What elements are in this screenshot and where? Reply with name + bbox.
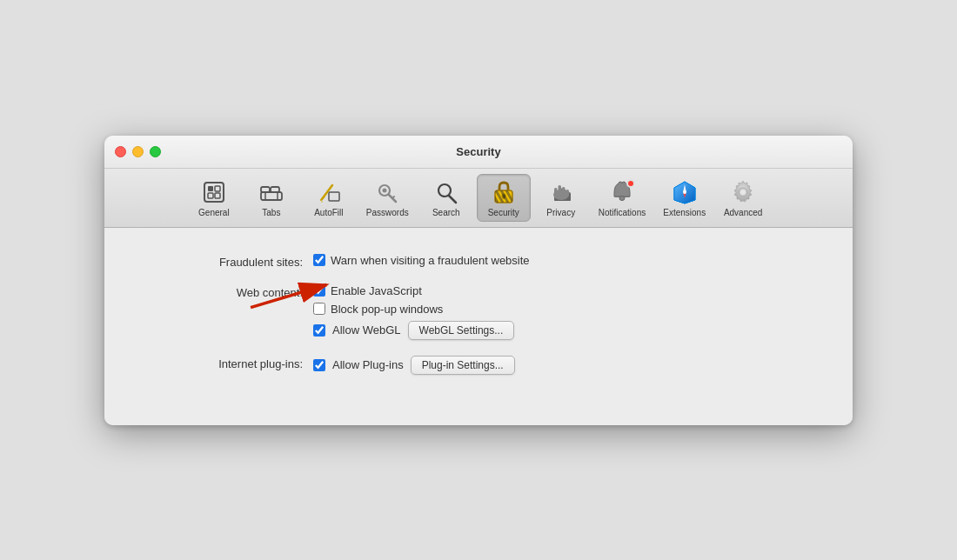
notifications-icon (608, 178, 636, 206)
minimize-button[interactable] (132, 146, 144, 157)
tab-autofill[interactable]: AutoFill (302, 175, 356, 221)
passwords-icon (373, 178, 401, 206)
svg-point-44 (740, 190, 746, 195)
tab-tabs[interactable]: Tabs (244, 175, 298, 221)
tab-advanced-label: Advanced (724, 208, 762, 217)
svg-rect-0 (204, 183, 224, 202)
svg-point-14 (383, 188, 387, 192)
privacy-icon (547, 178, 575, 206)
tab-autofill-label: AutoFill (314, 208, 343, 217)
fraudulent-sites-label: Fraudulent sites: (139, 254, 313, 269)
webgl-settings-button[interactable]: WebGL Settings... (408, 321, 515, 340)
tab-advanced[interactable]: Advanced (716, 175, 770, 221)
plugin-settings-button[interactable]: Plug-in Settings... (411, 356, 515, 375)
security-icon (490, 178, 518, 206)
svg-rect-26 (502, 196, 505, 199)
extensions-icon (671, 178, 699, 206)
web-content-label: Web content: (139, 284, 313, 299)
block-popups-checkbox[interactable] (313, 303, 325, 315)
svg-rect-11 (329, 192, 339, 201)
tab-notifications-label: Notifications (599, 208, 646, 217)
allow-webgl-label: Allow WebGL (332, 323, 401, 337)
enable-js-checkbox[interactable] (313, 284, 325, 297)
svg-rect-2 (215, 186, 220, 191)
svg-rect-34 (558, 185, 561, 197)
block-popups-label: Block pop-up windows (331, 303, 443, 316)
svg-rect-36 (566, 190, 569, 197)
advanced-icon (729, 178, 757, 206)
internet-plugins-controls: Allow Plug-ins Plug-in Settings... (313, 356, 515, 375)
traffic-lights (115, 146, 161, 157)
tab-passwords-label: Passwords (366, 208, 409, 217)
close-button[interactable] (115, 146, 126, 157)
fraudulent-sites-row: Fraudulent sites: Warn when visiting a f… (139, 254, 818, 269)
tab-passwords[interactable]: Passwords (359, 175, 416, 221)
tab-general-label: General (198, 208, 230, 217)
allow-plugins-checkbox[interactable] (313, 359, 325, 371)
svg-rect-33 (554, 188, 558, 197)
allow-webgl-row: Allow WebGL WebGL Settings... (313, 321, 514, 340)
enable-js-row: Enable JavaScript (313, 284, 514, 297)
window-title: Security (456, 145, 500, 158)
svg-line-18 (449, 196, 456, 203)
internet-plugins-label: Internet plug-ins: (139, 356, 313, 370)
search-icon (432, 178, 460, 206)
web-content-row: Web content: Enable JavaScript Block pop… (139, 284, 818, 340)
svg-rect-35 (562, 187, 566, 197)
notification-badge (626, 179, 635, 188)
block-popups-row: Block pop-up windows (313, 303, 514, 316)
svg-rect-7 (261, 192, 282, 200)
warn-fraudulent-label: Warn when visiting a fraudulent website (331, 254, 530, 267)
warn-fraudulent-checkbox[interactable] (313, 254, 325, 266)
svg-rect-4 (215, 193, 220, 198)
internet-plugins-row: Internet plug-ins: Allow Plug-ins Plug-i… (139, 356, 818, 375)
svg-rect-1 (208, 186, 213, 191)
svg-point-42 (683, 190, 686, 194)
general-icon (200, 178, 228, 206)
tab-tabs-label: Tabs (262, 208, 280, 217)
toolbar: General Tabs (104, 169, 853, 228)
web-content-controls: Enable JavaScript Block pop-up windows A… (313, 284, 514, 340)
tabs-icon (258, 178, 285, 206)
tab-extensions-label: Extensions (663, 208, 706, 217)
allow-plugins-label: Allow Plug-ins (332, 358, 404, 371)
preferences-window: Security General (104, 136, 853, 425)
tab-privacy[interactable]: Privacy (534, 175, 588, 221)
allow-webgl-checkbox[interactable] (313, 324, 325, 337)
content-area: Fraudulent sites: Warn when visiting a f… (104, 228, 853, 425)
tab-extensions[interactable]: Extensions (656, 175, 713, 221)
warn-fraudulent-row: Warn when visiting a fraudulent website (313, 254, 530, 267)
tab-search[interactable]: Search (419, 175, 473, 221)
tab-general[interactable]: General (187, 175, 241, 221)
svg-rect-3 (208, 193, 213, 198)
fraudulent-sites-controls: Warn when visiting a fraudulent website (313, 254, 530, 267)
tab-privacy-label: Privacy (546, 208, 575, 217)
svg-point-37 (619, 196, 625, 200)
svg-line-12 (321, 197, 324, 200)
title-bar: Security (104, 136, 853, 169)
tab-security[interactable]: Security (477, 174, 531, 222)
tab-security-label: Security (488, 208, 519, 217)
enable-js-label: Enable JavaScript (331, 284, 422, 297)
zoom-button[interactable] (150, 146, 161, 157)
allow-plugins-row: Allow Plug-ins Plug-in Settings... (313, 356, 515, 375)
tab-search-label: Search (432, 208, 460, 217)
autofill-icon (315, 178, 343, 206)
tab-notifications[interactable]: Notifications (592, 175, 652, 221)
svg-line-16 (392, 197, 394, 198)
